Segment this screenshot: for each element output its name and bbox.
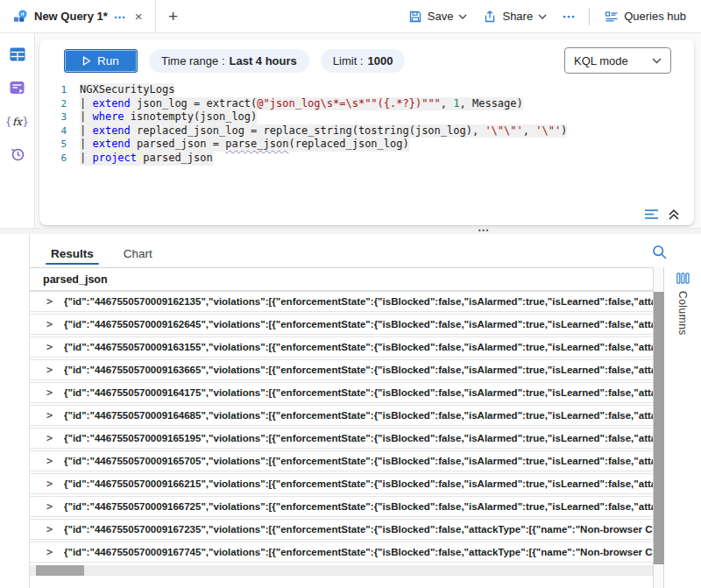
play-icon [82,56,91,66]
columns-side-panel[interactable]: Columns [663,267,701,588]
editor-corner-icons [644,209,680,220]
row-expand-chevron[interactable]: > [46,523,64,535]
search-button[interactable] [652,244,668,260]
query-card: Run Time range : Last 4 hours Limit : 10… [39,39,694,225]
kql-editor[interactable]: 1NGXSecurityLogs2| extend json_log = ext… [39,77,694,166]
query-mode-value: KQL mode [574,54,628,67]
tab-title: New Query 1* [34,10,108,23]
code-line[interactable]: 6| project parsed_json [39,152,694,166]
horizontal-scrollbar[interactable] [30,565,653,576]
table-row[interactable]: > {"id":"4467550570009164175","violation… [30,382,653,403]
table-row[interactable]: > {"id":"4467550570009166725","violation… [30,496,653,517]
new-tab-button[interactable]: + [156,0,190,32]
column-header-parsed-json[interactable]: parsed_json [30,267,653,291]
card-play-icon [10,81,25,96]
row-expand-chevron[interactable]: > [46,432,64,444]
row-cell-text: {"id":"4467550570009166725","violations"… [64,501,653,512]
share-button[interactable]: Share [477,6,553,27]
collapse-editor-icon[interactable] [668,209,680,220]
query-tab[interactable]: New Query 1* ⋯ × [0,0,156,32]
divider [589,8,590,25]
code-line[interactable]: 3| where isnotempty(json_log) [39,110,694,124]
table-row[interactable]: > {"id":"4467550570009165705","violation… [30,450,653,471]
row-expand-chevron[interactable]: > [46,409,64,422]
left-rail: {fx} [0,33,35,228]
row-expand-chevron[interactable]: > [46,455,64,467]
row-expand-chevron[interactable]: > [46,386,64,399]
tab-close-icon[interactable]: × [133,9,145,24]
table-row[interactable]: > {"id":"4467550570009167235","violation… [30,519,653,540]
time-range-value: Last 4 hours [230,54,297,67]
table-row[interactable]: > {"id":"4467550570009163155","violation… [30,337,653,358]
queries-hub-button[interactable]: Queries hub [598,6,692,26]
line-number: 6 [39,152,80,166]
tab-results[interactable]: Results [49,242,96,267]
line-number: 1 [39,83,80,97]
line-number: 5 [39,138,80,152]
row-expand-chevron[interactable]: > [46,478,64,490]
tab-more-icon[interactable]: ⋯ [114,10,127,24]
code-line[interactable]: 2| extend json_log = extract(@"json_log\… [39,97,694,111]
results-grid: parsed_json > {"id":"4467550570009162135… [30,267,653,588]
results-panel: Results Chart parsed_json > {"id":"44675… [29,234,701,588]
functions-icon[interactable]: {fx} [9,112,26,130]
table-row[interactable]: > {"id":"4467550570009165195","violation… [30,428,653,449]
limit-value: 1000 [367,54,393,67]
clock-history-icon [10,146,25,162]
queries-hub-icon [605,11,619,23]
save-button[interactable]: Save [402,6,474,27]
row-expand-chevron[interactable]: > [46,500,64,513]
table-row[interactable]: > {"id":"4467550570009164685","violation… [30,405,653,426]
query-toolbar: Run Time range : Last 4 hours Limit : 10… [39,39,694,77]
table-row[interactable]: > {"id":"4467550570009162645","violation… [30,314,653,335]
code-line[interactable]: 5| extend parsed_json = parse_json(repla… [39,138,694,152]
row-expand-chevron[interactable]: > [46,318,64,330]
vertical-scrollbar-thumb[interactable] [654,292,664,564]
row-cell-text: {"id":"4467550570009162135","violations"… [64,296,653,307]
query-mode-select[interactable]: KQL mode [564,47,671,74]
row-cell-text: {"id":"4467550570009167235","violations"… [64,524,653,535]
fx-glyph: {fx} [5,115,30,128]
tables-icon[interactable] [9,46,26,63]
row-cell-text: {"id":"4467550570009165705","violations"… [64,456,653,466]
panel-splitter[interactable]: ⋯ [0,228,701,234]
chevron-down-icon [458,14,467,19]
chevron-down-icon [652,58,662,64]
code-text: | project parsed_json [80,152,213,166]
results-grid-zone: parsed_json > {"id":"4467550570009162135… [30,267,701,588]
share-icon [483,10,497,24]
limit-label: Limit : [333,54,364,67]
results-rows: > {"id":"4467550570009162135","violation… [30,291,653,564]
row-expand-chevron[interactable]: > [46,546,64,558]
row-expand-chevron[interactable]: > [46,341,64,353]
share-label: Share [502,10,533,23]
row-cell-text: {"id":"4467550570009166215","violations"… [64,478,653,489]
line-number: 2 [39,97,80,111]
limit-pill[interactable]: Limit : 1000 [321,49,406,73]
top-bar: New Query 1* ⋯ × + Save Share [0,0,701,33]
format-lines-icon[interactable] [644,209,659,220]
table-row[interactable]: > {"id":"4467550570009163665","violation… [30,359,653,380]
queries-hub-label: Queries hub [624,10,686,23]
code-text: NGXSecurityLogs [80,83,174,97]
row-cell-text: {"id":"4467550570009164685","violations"… [64,410,653,421]
horizontal-scrollbar-thumb[interactable] [36,565,84,576]
vertical-scrollbar[interactable] [653,267,663,588]
table-row[interactable]: > {"id":"4467550570009162135","violation… [30,291,653,312]
table-row[interactable]: > {"id":"4467550570009166215","violation… [30,473,653,494]
more-actions-icon[interactable]: ⋯ [556,9,580,25]
row-expand-chevron[interactable]: > [46,364,64,376]
code-line[interactable]: 1NGXSecurityLogs [39,83,694,97]
row-expand-chevron[interactable]: > [46,295,64,308]
time-range-pill[interactable]: Time range : Last 4 hours [149,49,309,73]
table-row[interactable]: > {"id":"4467550570009167745","violation… [30,542,653,563]
tab-chart[interactable]: Chart [122,242,154,267]
code-text: | extend json_log = extract(@"json_log\s… [80,97,523,111]
dashboards-icon[interactable] [9,79,26,96]
code-line[interactable]: 4| extend replaced_json_log = replace_st… [39,124,694,138]
line-number: 3 [39,110,80,124]
run-button[interactable]: Run [64,49,138,73]
history-icon[interactable] [9,145,26,163]
results-tabs: Results Chart [30,234,701,267]
row-cell-text: {"id":"4467550570009167745","violations"… [64,547,653,557]
